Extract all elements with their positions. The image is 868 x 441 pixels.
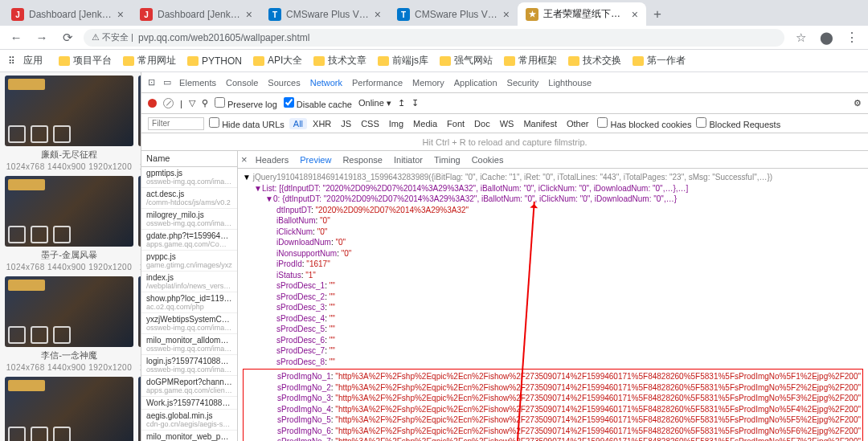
upload-icon[interactable]: ↥ (398, 98, 405, 108)
download-icon[interactable]: ↧ (411, 98, 419, 108)
filter-icon[interactable]: ▽ (189, 98, 195, 108)
request-row[interactable]: Work.js?1597741088577 (141, 397, 237, 410)
forward-button[interactable]: → (32, 28, 51, 47)
bookmark-item[interactable]: PYTHON (187, 54, 242, 67)
close-detail-icon[interactable]: × (241, 153, 248, 165)
type-filter[interactable]: Manifest (519, 118, 561, 129)
close-icon[interactable]: × (246, 8, 252, 21)
browser-tab[interactable]: TCMSware Plus V2.0× (389, 3, 518, 26)
request-row[interactable]: gdate.php?t=159964328327apps.game.qq.com… (141, 230, 237, 251)
bookmark-item[interactable]: 技术文章 (313, 54, 366, 67)
detail-tab[interactable]: Cookies (472, 155, 504, 165)
close-icon[interactable]: × (117, 8, 124, 21)
detail-tab[interactable]: Timing (434, 155, 461, 165)
record-icon[interactable] (148, 99, 157, 108)
request-row[interactable]: doGPMReport?channel=3&apps.game.qq.com/c… (141, 376, 237, 397)
bookmark-item[interactable]: API大全 (253, 54, 302, 67)
bookmark-item[interactable]: 项目平台 (59, 54, 112, 67)
type-filter[interactable]: Font (443, 118, 469, 129)
request-row[interactable]: milo_monitor_alldomain.jsossweb-img.qq.c… (141, 334, 237, 355)
bookmark-label: 常用网址 (137, 54, 176, 67)
request-row[interactable]: index.js/webplat/info/news_version (141, 272, 237, 292)
detail-tab[interactable]: Initiator (394, 155, 423, 165)
preview-content[interactable]: ▼ jQuery19104189184691419183_15996432839… (238, 169, 868, 441)
type-filter[interactable]: All (289, 118, 307, 129)
devtools-tab[interactable]: Security (507, 78, 539, 88)
request-row[interactable]: show.php?loc_id=119_0dBeac.o2.qq.com/php (141, 292, 237, 313)
clear-icon[interactable] (163, 98, 174, 108)
blocked-requests[interactable]: Blocked Requests (696, 117, 780, 129)
settings-icon[interactable]: ⚙ (854, 98, 862, 108)
reload-button[interactable]: ⟳ (58, 28, 77, 47)
devtools-tab[interactable]: Memory (412, 78, 444, 88)
devtools-tab[interactable]: Elements (179, 78, 216, 88)
type-filter[interactable]: Doc (470, 118, 494, 129)
url-text: pvp.qq.com/web201605/wallpaper.shtml (138, 32, 309, 43)
bookmark-item[interactable]: 第一作者 (633, 54, 686, 67)
devtools-tab[interactable]: Sources (268, 78, 300, 88)
devtools-tab[interactable]: Lighthouse (548, 78, 592, 88)
type-filter[interactable]: JS (337, 118, 355, 129)
request-row[interactable]: gpmtips.jsossweb-img.qq.com/images (141, 167, 237, 188)
devtools-tab[interactable]: Console (226, 78, 258, 88)
apps-label[interactable]: 应用 (23, 54, 43, 67)
type-filter[interactable]: XHR (309, 118, 335, 129)
wallpaper-card[interactable]: 嬴政-王者独尊1024x768 1440x900 1920x1200 (5, 377, 133, 441)
devtools-tab[interactable]: Network (310, 78, 342, 88)
disable-cache-checkbox[interactable]: Disable cache (284, 97, 352, 109)
apps-icon[interactable]: ⠿ (8, 55, 15, 67)
blocked-cookies[interactable]: Has blocked cookies (597, 117, 691, 129)
address-bar[interactable]: ⚠ 不安全 | pvp.qq.com/web201605/wallpaper.s… (84, 29, 784, 47)
wallpaper-thumb[interactable] (5, 276, 133, 347)
request-row[interactable]: milogrey_milo.jsossweb-img.qq.com/images (141, 209, 237, 230)
request-row[interactable]: aegis.global.min.jscdn-go.cn/aegis/aegis… (141, 410, 237, 431)
devtools-tab[interactable]: Application (454, 78, 497, 88)
bookmark-item[interactable]: 前端js库 (378, 54, 428, 67)
profile-icon[interactable]: ⬤ (817, 28, 836, 47)
star-icon[interactable]: ☆ (791, 28, 810, 47)
request-row[interactable]: login.js?1597741088577ossweb-img.qq.com/… (141, 355, 237, 376)
online-select[interactable]: Online ▾ (358, 98, 391, 108)
search-icon[interactable]: ⚲ (202, 98, 208, 108)
browser-tab[interactable]: TCMSware Plus V2.0 - Adminis× (260, 3, 389, 26)
type-filter[interactable]: WS (496, 118, 518, 129)
bookmark-item[interactable]: 常用网址 (123, 54, 176, 67)
type-filter[interactable]: Other (563, 118, 593, 129)
request-row[interactable]: act.desc.js/comm-htdocs/js/ams/v0.2 (141, 188, 237, 209)
wallpaper-thumb[interactable] (5, 377, 133, 441)
back-button[interactable]: ← (6, 28, 26, 47)
browser-tab[interactable]: JDashboard [Jenkins]× (132, 3, 260, 26)
close-icon[interactable]: × (503, 8, 510, 21)
detail-tab[interactable]: Headers (256, 155, 289, 165)
device-icon[interactable]: ▭ (163, 77, 171, 88)
browser-tab[interactable]: JDashboard [Jenkins]× (3, 3, 132, 26)
menu-button[interactable]: ⋮ (842, 30, 862, 45)
request-row[interactable]: pvppc.jsgame.gtimg.cn/images/yxz (141, 251, 237, 272)
close-icon[interactable]: × (375, 8, 381, 21)
type-filter[interactable]: Img (385, 118, 407, 129)
bookmark-item[interactable]: 强气网站 (440, 54, 493, 67)
devtools-tabs: ⊡ ▭ ElementsConsoleSourcesNetworkPerform… (141, 72, 868, 93)
request-row[interactable]: yxzjWebtipsSystemConfig.jsossweb-img.qq.… (141, 313, 237, 334)
inspect-icon[interactable]: ⊡ (148, 77, 155, 88)
new-tab-button[interactable]: + (646, 3, 669, 26)
preserve-log-checkbox[interactable]: Preserve log (215, 97, 277, 109)
wallpaper-card[interactable]: 廉颇-无尽征程1024x768 1440x900 1920x1200 (5, 76, 133, 171)
hide-data-urls[interactable]: Hide data URLs (209, 117, 285, 129)
close-icon[interactable]: × (632, 8, 638, 21)
wallpaper-card[interactable]: 李信-一念神魔1024x768 1440x900 1920x1200 (5, 276, 133, 372)
wallpaper-thumb[interactable] (5, 76, 133, 146)
detail-tab[interactable]: Response (342, 155, 383, 165)
devtools-tab[interactable]: Performance (352, 78, 403, 88)
type-filter[interactable]: CSS (357, 118, 383, 129)
name-column-header[interactable]: Name (141, 151, 237, 167)
browser-tab[interactable]: ★王者荣耀壁纸下载-王者荣耀官方× (518, 2, 646, 26)
bookmark-item[interactable]: 常用框架 (504, 54, 557, 67)
detail-tab[interactable]: Preview (300, 155, 331, 165)
wallpaper-thumb[interactable] (5, 176, 133, 247)
type-filter[interactable]: Media (409, 118, 441, 129)
wallpaper-card[interactable]: 墨子-金属风暴1024x768 1440x900 1920x1200 (5, 176, 133, 272)
filter-input[interactable] (148, 117, 204, 130)
bookmark-item[interactable]: 技术交换 (568, 54, 621, 67)
request-row[interactable]: milo_monitor_web_pvp.qq.coossweb-img.qq.… (141, 431, 237, 441)
